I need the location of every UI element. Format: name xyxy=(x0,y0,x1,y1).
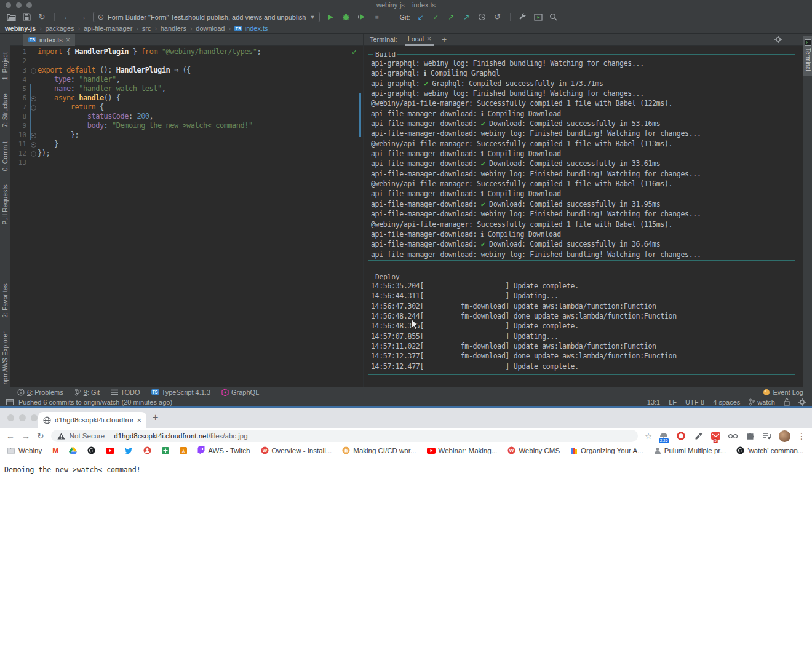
coverage-icon[interactable] xyxy=(356,12,366,22)
preview-icon[interactable] xyxy=(533,12,543,22)
breadcrumb-item[interactable]: TSindex.ts xyxy=(234,25,268,32)
bookmark-item[interactable] xyxy=(106,448,114,454)
git-push-icon[interactable]: ↗ xyxy=(447,12,456,22)
rollback-icon[interactable]: ↺ xyxy=(493,12,503,22)
reload-button[interactable]: ↻ xyxy=(37,431,44,441)
terminal-tab-local[interactable]: Local × xyxy=(405,34,434,46)
encoding-widget[interactable]: UTF-8 xyxy=(685,398,704,406)
open-icon[interactable] xyxy=(6,12,16,22)
tool-window-button-structure[interactable]: 7: Structure xyxy=(2,93,9,127)
event-log-button[interactable]: Event Log xyxy=(763,389,803,396)
bookmark-star-icon[interactable]: ☆ xyxy=(645,432,652,441)
profile-avatar[interactable] xyxy=(779,430,790,442)
breadcrumb-item[interactable]: api-file-manager xyxy=(84,25,132,32)
status-widget-9-git[interactable]: 9: Git xyxy=(74,389,100,396)
sync-icon[interactable]: ↻ xyxy=(37,12,47,22)
history-icon[interactable] xyxy=(477,12,487,22)
git-commit-icon[interactable]: ✓ xyxy=(431,12,441,22)
terminal-settings-icon[interactable] xyxy=(774,36,782,43)
tool-window-button-project[interactable]: 1: Project xyxy=(2,52,9,80)
mail-extension-icon[interactable]: 5 xyxy=(710,431,720,441)
line-ending-widget[interactable]: LF xyxy=(669,398,677,406)
search-icon[interactable] xyxy=(549,12,559,22)
eyedropper-extension-icon[interactable] xyxy=(693,431,703,441)
bookmark-item[interactable] xyxy=(87,446,95,454)
lock-icon[interactable] xyxy=(784,398,790,406)
not-secure-warning-icon[interactable] xyxy=(57,433,65,440)
navigation-group: ←→ xyxy=(62,12,87,22)
tool-window-button-aws-explorer[interactable]: AWS Explorer xyxy=(2,331,9,372)
tool-window-button-terminal[interactable]: Terminal xyxy=(803,36,812,76)
menu-kebab-icon[interactable]: ⋮ xyxy=(797,431,806,441)
tool-window-button-commit[interactable]: 0: Commit xyxy=(2,141,9,171)
close-terminal-tab-icon[interactable]: × xyxy=(427,34,431,43)
caret-position-widget[interactable]: 13:1 xyxy=(647,398,660,406)
stop-icon[interactable]: ■ xyxy=(372,12,381,22)
back-button[interactable]: ← xyxy=(6,431,15,441)
bookmark-item[interactable]: WOverview - Install... xyxy=(261,446,332,454)
breadcrumb-item[interactable]: handlers xyxy=(161,25,186,32)
new-terminal-session-button[interactable]: + xyxy=(442,34,447,44)
status-widget-todo[interactable]: TODO xyxy=(111,389,140,396)
close-tab-icon[interactable]: × xyxy=(137,416,141,425)
bookmark-item[interactable] xyxy=(143,446,151,454)
close-window-button[interactable] xyxy=(7,414,14,421)
status-widget-graphql[interactable]: GraphQL xyxy=(221,389,259,396)
forward-icon[interactable]: → xyxy=(78,12,87,22)
browser-tab[interactable]: d1hgd8csopkt4i.cloudfront.ne × xyxy=(38,412,146,428)
git-branch-widget[interactable]: watch xyxy=(749,398,775,406)
code-editor[interactable]: 1import { HandlerPlugin } from "@webiny/… xyxy=(10,46,363,387)
fold-marker[interactable]: − xyxy=(29,140,38,149)
bookmark-item[interactable]: λ xyxy=(180,447,187,454)
bookmark-item[interactable] xyxy=(162,447,169,454)
bookmark-item[interactable] xyxy=(125,447,133,454)
breadcrumb-item[interactable]: src xyxy=(142,25,151,32)
highlighting-level-icon[interactable] xyxy=(798,398,806,406)
glasses-extension-icon[interactable] xyxy=(728,431,738,441)
terminal-log-line: 14:56:47.302[ fm-download] update aws:la… xyxy=(371,301,794,311)
run-config-select[interactable]: Form Builder "Form" Test.should publish,… xyxy=(93,12,320,22)
forward-button[interactable]: → xyxy=(22,431,30,441)
run-icon[interactable]: ▶ xyxy=(325,12,335,22)
bookmark-item[interactable]: AWS - Twitch xyxy=(197,446,250,454)
bookmark-item[interactable]: M xyxy=(52,447,58,454)
typescript-icon: TS xyxy=(151,389,159,395)
bookmark-item[interactable]: Making CI/CD wor... xyxy=(342,446,416,454)
git-fetch-icon[interactable]: ↗ xyxy=(462,12,472,22)
status-widget-typescript-4-1-3[interactable]: TSTypeScript 4.1.3 xyxy=(151,389,210,396)
red-ring-extension-icon[interactable] xyxy=(676,431,686,441)
fold-marker[interactable]: − xyxy=(29,66,38,75)
bookmark-item[interactable]: WWebiny CMS xyxy=(507,446,560,454)
wrench-icon[interactable] xyxy=(518,12,528,22)
close-tab-icon[interactable]: × xyxy=(66,36,70,44)
editor-tab-index-ts[interactable]: TS index.ts × xyxy=(23,34,75,46)
address-bar[interactable]: Not Secure d1hgd8csopkt4i.cloudfront.net… xyxy=(51,430,639,442)
back-icon[interactable]: ← xyxy=(62,12,72,22)
bookmark-item[interactable]: Organizing Your A... xyxy=(570,447,643,454)
breadcrumb-item[interactable]: webiny-js xyxy=(5,25,36,32)
tool-window-toggle-icon[interactable] xyxy=(6,399,14,405)
indent-widget[interactable]: 4 spaces xyxy=(713,398,740,406)
minimize-window-button[interactable] xyxy=(19,414,26,421)
bookmark-item[interactable]: Webiny xyxy=(7,447,42,454)
zoom-window-button[interactable] xyxy=(31,414,38,421)
new-tab-button[interactable]: + xyxy=(153,412,158,423)
debug-icon[interactable] xyxy=(341,12,351,22)
tool-window-button-favorites[interactable]: 2: Favorites xyxy=(2,283,9,318)
tool-window-button-pull-requests[interactable]: Pull Requests xyxy=(2,184,9,225)
fold-marker[interactable]: − xyxy=(29,149,38,158)
bookmark-item[interactable]: Webinar: Making... xyxy=(427,447,498,454)
bookmark-item[interactable]: Pulumi Multiple pr... xyxy=(654,447,726,454)
breadcrumb-item[interactable]: packages xyxy=(45,25,74,32)
bookmark-item[interactable]: 'watch' comman... xyxy=(736,446,803,454)
umbrella-extension-icon[interactable]: 2.26 xyxy=(659,431,669,441)
tool-window-button-npm[interactable]: npm xyxy=(2,372,9,384)
bookmark-item[interactable] xyxy=(69,447,77,454)
status-widget-6-problems[interactable]: 6: Problems xyxy=(17,389,63,396)
breadcrumb-item[interactable]: download xyxy=(196,25,225,32)
playlist-extension-icon[interactable] xyxy=(762,431,772,441)
save-icon[interactable] xyxy=(22,12,31,22)
hide-terminal-icon[interactable]: — xyxy=(787,34,794,43)
git-update-icon[interactable]: ↙ xyxy=(416,12,426,22)
puzzle-extension-icon[interactable] xyxy=(745,431,755,441)
